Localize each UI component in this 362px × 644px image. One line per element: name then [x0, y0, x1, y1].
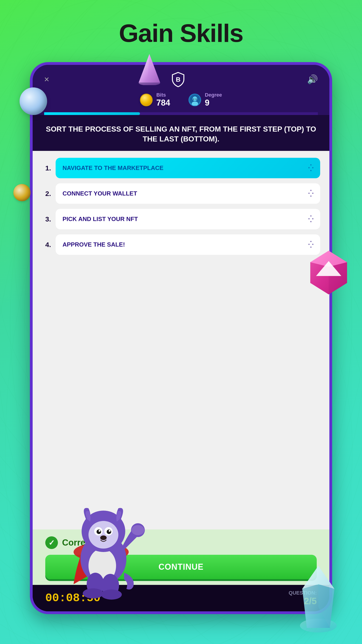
answer-text-4: APPROVE THE SALE! [62, 241, 125, 248]
answer-row-4: 4. APPROVE THE SALE! ⁛ [42, 234, 320, 255]
bits-stat: Bits 784 [140, 92, 170, 108]
svg-point-22 [88, 521, 118, 548]
gem-decoration-right [307, 248, 351, 297]
answer-number-3: 3. [42, 215, 51, 223]
svg-point-34 [83, 588, 103, 598]
header-top-row: × B 🔊 [44, 71, 318, 88]
svg-text:B: B [176, 76, 180, 83]
bits-value: 784 [156, 98, 170, 108]
answer-number-1: 1. [42, 164, 51, 172]
close-button[interactable]: × [44, 74, 49, 84]
degree-avatar-icon [188, 94, 201, 106]
crystal-decoration-bottom [293, 561, 344, 632]
answer-row-3: 3. PICK AND LIST YOUR NFT ⁛ [42, 209, 320, 229]
answer-row-2: 2. CONNECT YOUR WALLET ⁛ [42, 183, 320, 204]
answer-number-4: 4. [42, 241, 51, 249]
cone-decoration-top [136, 53, 163, 85]
sphere-decoration-mid-left [13, 184, 30, 201]
svg-point-28 [109, 530, 111, 532]
degree-stat: Degree 9 [188, 92, 222, 108]
answers-area: 1. NAVIGATE TO THE MARKETPLACE ⁛ 2. CONN… [33, 151, 329, 530]
svg-point-26 [107, 530, 111, 534]
stats-row: Bits 784 Deg [44, 92, 318, 108]
phone-header: × B 🔊 Bits 784 [33, 65, 329, 115]
svg-point-35 [101, 590, 122, 600]
bits-text: Bits 784 [156, 92, 170, 108]
answer-button-1[interactable]: NAVIGATE TO THE MARKETPLACE ⁛ [56, 158, 320, 178]
question-area: SORT THE PROCESS OF SELLING AN NFT, FROM… [33, 115, 329, 151]
progress-bar-fill [44, 112, 140, 115]
progress-bar [44, 112, 318, 115]
answer-text-3: PICK AND LIST YOUR NFT [62, 216, 138, 223]
app-logo: B [170, 71, 186, 88]
answer-button-2[interactable]: CONNECT YOUR WALLET ⁛ [56, 183, 320, 204]
svg-point-27 [99, 530, 100, 532]
answer-row-1: 1. NAVIGATE TO THE MARKETPLACE ⁛ [42, 158, 320, 178]
sound-icon[interactable]: 🔊 [307, 74, 318, 84]
answer-number-2: 2. [42, 190, 51, 198]
svg-point-16 [193, 99, 194, 100]
svg-point-29 [100, 536, 107, 540]
sphere-decoration-top-left [19, 88, 47, 115]
svg-point-17 [196, 99, 197, 100]
degree-text: Degree 9 [205, 92, 222, 108]
answer-text-1: NAVIGATE TO THE MARKETPLACE [62, 164, 163, 172]
degree-value: 9 [205, 98, 222, 108]
svg-point-25 [96, 530, 101, 534]
drag-icon-1: ⁛ [308, 164, 313, 172]
degree-label: Degree [205, 92, 222, 98]
bits-label: Bits [156, 92, 170, 98]
mascot-dog [53, 488, 149, 607]
page-title: Gain Skills [0, 0, 362, 48]
bits-coin-icon [140, 94, 153, 106]
drag-icon-4: ⁛ [308, 241, 313, 248]
drag-icon-3: ⁛ [308, 215, 313, 223]
drag-icon-2: ⁛ [308, 190, 313, 197]
svg-point-31 [131, 525, 144, 535]
svg-point-14 [193, 96, 197, 101]
answer-text-2: CONNECT YOUR WALLET [62, 190, 137, 197]
question-text: SORT THE PROCESS OF SELLING AN NFT, FROM… [45, 124, 317, 144]
answer-button-4[interactable]: APPROVE THE SALE! ⁛ [56, 234, 320, 255]
answer-button-3[interactable]: PICK AND LIST YOUR NFT ⁛ [56, 209, 320, 229]
